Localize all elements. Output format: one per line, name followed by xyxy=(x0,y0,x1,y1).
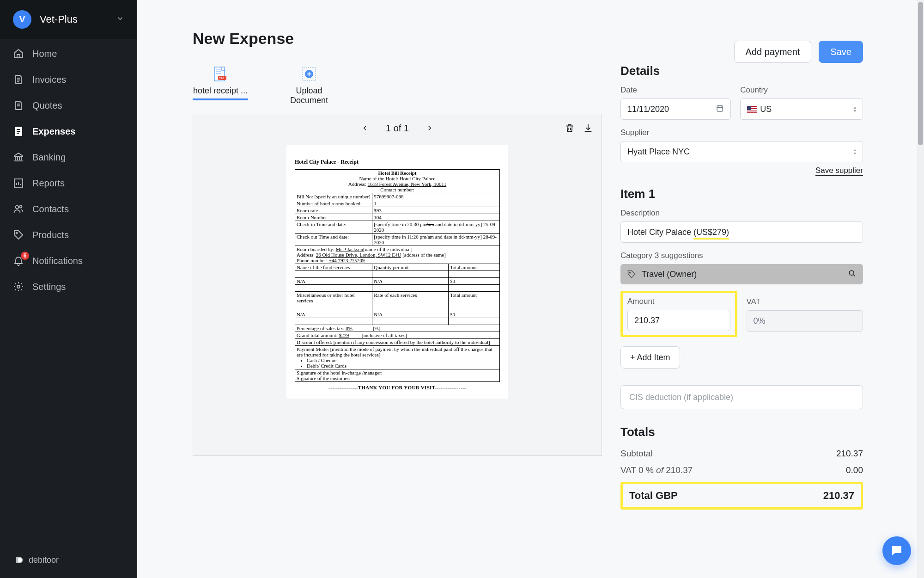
svg-rect-11 xyxy=(717,105,723,111)
sidebar-item-invoices[interactable]: Invoices xyxy=(0,67,137,92)
tag-icon xyxy=(627,270,636,279)
svg-rect-5 xyxy=(16,557,18,563)
sidebar-item-contacts[interactable]: Contacts xyxy=(0,196,137,222)
select-arrows-icon: ▴▾ xyxy=(849,99,856,119)
add-payment-button[interactable]: Add payment xyxy=(734,41,812,63)
totals-heading: Totals xyxy=(620,425,863,439)
svg-point-13 xyxy=(849,271,854,275)
nav: Home Invoices Quotes Expenses Banking Re… xyxy=(0,39,137,542)
attached-doc-tab[interactable]: PDF hotel receipt ... xyxy=(193,66,248,105)
sidebar-item-label: Reports xyxy=(32,178,65,189)
tag-icon xyxy=(13,229,24,240)
upload-doc-tab[interactable]: UploadDocument xyxy=(281,66,337,105)
main: New Expense Add payment Save PDF hotel r… xyxy=(137,0,918,578)
contacts-icon xyxy=(13,203,24,215)
amount-label: Amount xyxy=(627,297,730,306)
pdf-file-icon: PDF xyxy=(212,66,229,82)
chevron-down-icon xyxy=(116,14,124,25)
upload-icon xyxy=(301,66,317,82)
org-avatar: V xyxy=(13,10,31,29)
sidebar-item-settings[interactable]: Settings xyxy=(0,274,137,300)
chart-icon xyxy=(13,178,24,189)
home-icon xyxy=(13,48,24,59)
vat-input[interactable]: 0% xyxy=(747,310,863,332)
sidebar-item-label: Notifications xyxy=(32,256,83,266)
next-page-icon[interactable] xyxy=(426,124,434,132)
sidebar-item-label: Invoices xyxy=(32,74,66,85)
sidebar-item-notifications[interactable]: 6 Notifications xyxy=(0,248,137,274)
expense-icon xyxy=(13,126,24,137)
trash-icon[interactable] xyxy=(565,123,575,133)
search-icon xyxy=(847,269,857,280)
pdf-viewer: 1 of 1 Hotel City Palace - Receipt Hotel… xyxy=(193,114,602,456)
category-select[interactable]: Travel (Owner) xyxy=(620,264,863,284)
svg-point-2 xyxy=(20,206,22,208)
date-label: Date xyxy=(620,86,731,95)
subtotal-row: Subtotal 210.37 xyxy=(620,449,863,459)
amount-highlight: Amount 210.37 xyxy=(620,291,737,337)
description-label: Description xyxy=(620,209,863,218)
org-switcher[interactable]: V Vet-Plus xyxy=(0,0,137,39)
amount-input[interactable]: 210.37 xyxy=(627,310,730,331)
viewer-toolbar: 1 of 1 xyxy=(193,114,602,142)
us-flag-icon xyxy=(747,106,757,113)
supplier-select[interactable]: Hyatt Place NYC ▴▾ xyxy=(620,141,863,162)
item-heading: Item 1 xyxy=(620,187,863,201)
sidebar-item-home[interactable]: Home xyxy=(0,41,137,67)
description-input[interactable]: Hotel City Palace (US$279) xyxy=(620,221,863,243)
invoice-icon xyxy=(13,74,24,85)
upload-label: UploadDocument xyxy=(290,86,328,105)
sidebar-item-label: Settings xyxy=(32,282,66,292)
notification-badge: 6 xyxy=(21,252,29,260)
prev-page-icon[interactable] xyxy=(361,124,369,132)
brand-label: debitoor xyxy=(29,555,59,565)
svg-point-4 xyxy=(17,285,20,288)
save-button[interactable]: Save xyxy=(819,41,863,63)
add-item-button[interactable]: + Add Item xyxy=(620,346,680,369)
org-name: Vet-Plus xyxy=(40,13,108,25)
cis-input[interactable]: CIS deduction (if applicable) xyxy=(620,385,863,409)
sidebar-item-label: Contacts xyxy=(32,204,69,215)
sidebar-item-banking[interactable]: Banking xyxy=(0,144,137,170)
svg-point-3 xyxy=(16,233,18,234)
chat-launcher[interactable] xyxy=(882,536,911,565)
supplier-label: Supplier xyxy=(620,128,863,137)
sidebar-item-label: Home xyxy=(32,49,57,59)
scrollbar-thumb[interactable] xyxy=(918,2,923,145)
receipt-preview: Hotel City Palace - Receipt Hotel Bill R… xyxy=(286,145,508,399)
sidebar: V Vet-Plus Home Invoices Quotes Expenses… xyxy=(0,0,137,578)
save-supplier-link[interactable]: Save supplier xyxy=(815,166,863,176)
sidebar-item-products[interactable]: Products xyxy=(0,222,137,248)
sidebar-item-reports[interactable]: Reports xyxy=(0,170,137,196)
select-arrows-icon: ▴▾ xyxy=(849,141,856,162)
category-label: Category 3 suggestions xyxy=(620,251,863,260)
sidebar-item-expenses[interactable]: Expenses xyxy=(0,118,137,144)
date-input[interactable]: 11/11/2020 xyxy=(620,98,731,120)
svg-point-12 xyxy=(629,272,631,273)
brand-footer: debitoor xyxy=(0,542,137,578)
svg-point-1 xyxy=(16,206,19,209)
quote-icon xyxy=(13,100,24,111)
brand-icon xyxy=(15,556,24,565)
page-scrollbar[interactable] xyxy=(917,0,924,578)
gear-icon xyxy=(13,281,24,292)
sidebar-item-label: Quotes xyxy=(32,100,62,111)
sidebar-item-label: Expenses xyxy=(32,126,75,137)
document-tabs: PDF hotel receipt ... UploadDocument xyxy=(193,66,602,105)
page-counter: 1 of 1 xyxy=(386,123,409,134)
chat-icon xyxy=(890,544,904,558)
calendar-icon xyxy=(716,104,724,115)
page-title: New Expense xyxy=(193,30,294,48)
category-value: Travel (Owner) xyxy=(642,270,697,279)
details-heading: Details xyxy=(620,64,863,78)
vat-label: VAT xyxy=(747,297,863,307)
country-select[interactable]: US ▴▾ xyxy=(740,98,863,120)
total-row: Total GBP 210.37 xyxy=(620,482,863,510)
download-icon[interactable] xyxy=(583,123,593,133)
sidebar-item-label: Banking xyxy=(32,152,66,163)
bank-icon xyxy=(13,152,24,163)
sidebar-item-label: Products xyxy=(32,230,69,240)
vat-row: VAT 0 % of 210.37 0.00 xyxy=(620,465,863,475)
sidebar-item-quotes[interactable]: Quotes xyxy=(0,92,137,118)
attached-doc-label: hotel receipt ... xyxy=(193,86,248,100)
